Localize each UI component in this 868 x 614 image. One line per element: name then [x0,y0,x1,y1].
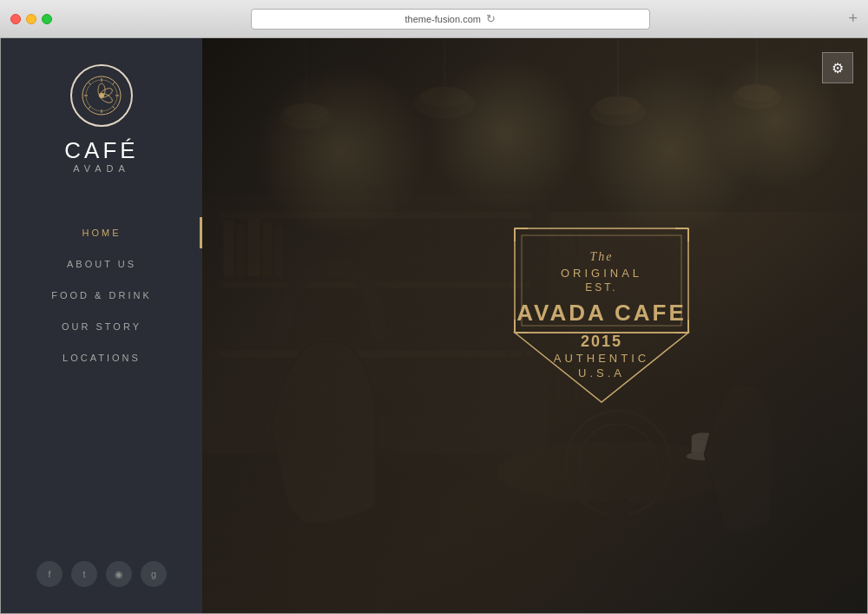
sidebar: CAFÉ AVADA HOME ABOUT US FOOD & DRINK OU… [1,38,202,613]
maximize-button[interactable] [42,14,52,24]
badge-est: EST. [516,281,687,295]
badge-authentic: AUTHENTIC [516,352,687,366]
badge-original: ORIGINAL [516,267,687,281]
badge-content: The ORIGINAL EST. AVADA CAFE 2015 AUTHEN… [516,249,687,381]
sidebar-item-home[interactable]: HOME [1,217,202,248]
logo-name: CAFÉ [64,139,138,162]
logo-circle [70,64,133,127]
light-spot-1 [254,64,428,238]
new-tab-button[interactable]: + [848,10,858,28]
badge-name: AVADA CAFE [516,299,687,328]
svg-point-13 [99,93,104,98]
address-bar[interactable]: theme-fusion.com ↻ [251,9,650,30]
badge-usa: U.S.A [516,366,687,381]
traffic-lights [10,14,52,24]
sidebar-item-about[interactable]: ABOUT US [1,248,202,280]
main-window: CAFÉ AVADA HOME ABOUT US FOOD & DRINK OU… [0,38,868,614]
social-icons: f t ◉ g [36,561,167,587]
address-bar-wrapper: theme-fusion.com ↻ [61,9,839,30]
refresh-icon[interactable]: ↻ [486,12,496,25]
badge-the: The [516,249,687,265]
googleplus-icon[interactable]: g [141,561,167,587]
svg-line-6 [89,83,91,85]
svg-line-9 [89,107,91,109]
logo-subtitle: AVADA [73,163,130,174]
url-text: theme-fusion.com [405,14,481,24]
badge-container: The ORIGINAL EST. AVADA CAFE 2015 AUTHEN… [506,211,697,419]
light-spot-2 [428,56,584,212]
instagram-icon[interactable]: ◉ [106,561,132,587]
sidebar-item-locations[interactable]: LOCATIONS [1,342,202,373]
svg-line-8 [113,83,115,85]
hero-section: The ORIGINAL EST. AVADA CAFE 2015 AUTHEN… [202,38,867,613]
browser-chrome: theme-fusion.com ↻ + [0,0,868,38]
gear-icon: ⚙ [832,60,844,76]
logo-icon [81,75,122,116]
badge-year: 2015 [516,332,687,352]
svg-line-7 [113,107,115,109]
sidebar-item-food[interactable]: FOOD & DRINK [1,280,202,311]
minimize-button[interactable] [26,14,36,24]
close-button[interactable] [10,14,21,24]
facebook-icon[interactable]: f [36,561,62,587]
cafe-badge: The ORIGINAL EST. AVADA CAFE 2015 AUTHEN… [506,211,697,419]
sidebar-nav: HOME ABOUT US FOOD & DRINK OUR STORY LOC… [1,217,202,373]
sidebar-item-story[interactable]: OUR STORY [1,311,202,342]
twitter-icon[interactable]: t [71,561,97,587]
logo-container: CAFÉ AVADA [64,64,138,174]
settings-button[interactable]: ⚙ [822,52,853,83]
